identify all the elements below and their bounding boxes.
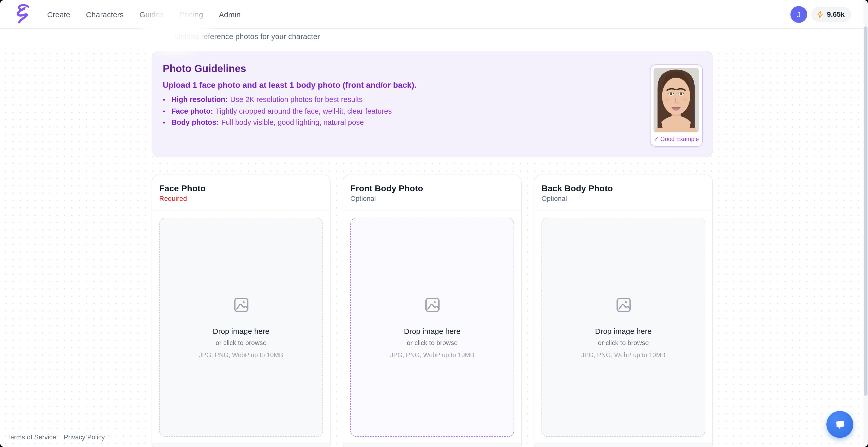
privacy-policy-link[interactable]: Privacy Policy — [64, 433, 105, 441]
divider — [343, 211, 521, 211]
dropzone-front-body[interactable]: Drop image here or click to browse JPG, … — [350, 218, 514, 437]
dropzone-face[interactable]: Drop image here or click to browse JPG, … — [159, 218, 323, 437]
main-content: Photo Guidelines Upload 1 face photo and… — [0, 47, 868, 447]
terms-of-service-link[interactable]: Terms of Service — [7, 433, 56, 441]
card-title: Face Photo — [159, 183, 323, 194]
photo-guidelines-panel: Photo Guidelines Upload 1 face photo and… — [152, 51, 713, 157]
user-avatar[interactable]: J — [790, 6, 807, 23]
guideline-label: Body photos: — [172, 119, 219, 126]
bullet-dot: • — [163, 119, 172, 126]
dropzone-back-body[interactable]: Drop image here or click to browse JPG, … — [541, 218, 705, 437]
guideline-label: Face photo: — [172, 107, 213, 114]
bullet-dot: • — [163, 107, 172, 114]
app-window: Create Characters Guides Pricing Admin J… — [0, 0, 868, 447]
dropzone-title: Drop image here — [404, 327, 460, 335]
divider — [534, 211, 712, 211]
nav-link-admin[interactable]: Admin — [219, 10, 241, 19]
nav-link-pricing[interactable]: Pricing — [180, 10, 203, 19]
upload-cards-row: Face Photo Required Drop image here or c… — [152, 175, 713, 447]
dropzone-subtitle: or click to browse — [407, 339, 458, 346]
dropzone-title: Drop image here — [595, 327, 652, 335]
dropzone-subtitle: or click to browse — [216, 339, 267, 346]
guideline-item: • Face photo: Tightly cropped around the… — [163, 107, 392, 114]
card-header: Face Photo Required — [152, 175, 330, 202]
scrollbar-thumb[interactable] — [864, 26, 867, 396]
guideline-text: Full body visible, good lighting, natura… — [221, 119, 364, 126]
guidelines-title: Photo Guidelines — [163, 63, 246, 74]
guidelines-list: • High resolution: Use 2K resolution pho… — [163, 96, 392, 130]
nav-link-create[interactable]: Create — [47, 10, 70, 19]
nav-link-guides[interactable]: Guides — [140, 10, 164, 19]
status-badge: Optional — [541, 195, 705, 203]
card-title: Front Body Photo — [350, 183, 514, 194]
credits-badge[interactable]: 9.65k — [811, 7, 851, 22]
upload-card-back-body: Back Body Photo Optional Drop image here… — [534, 175, 713, 447]
scrollbar-track[interactable] — [863, 0, 868, 447]
card-footer — [343, 443, 521, 447]
guideline-text: Tightly cropped around the face, well-li… — [215, 107, 392, 114]
page-subheader: Upload reference photos for your charact… — [0, 29, 868, 47]
dropzone-title: Drop image here — [213, 327, 269, 335]
lightning-bolt-icon — [816, 10, 824, 18]
example-face-photo — [654, 68, 699, 132]
bullet-dot: • — [163, 96, 172, 103]
nav-right: J 9.65k — [790, 0, 851, 28]
nav-links: Create Characters Guides Pricing Admin — [47, 10, 241, 19]
card-title: Back Body Photo — [541, 183, 705, 194]
card-footer — [534, 443, 712, 447]
dropzone-hint: JPG, PNG, WebP up to 10MB — [390, 351, 474, 358]
nav-link-characters[interactable]: Characters — [86, 10, 124, 19]
upload-card-face: Face Photo Required Drop image here or c… — [152, 175, 331, 447]
image-placeholder-icon — [232, 296, 250, 315]
brand-logo-icon[interactable] — [14, 3, 34, 26]
card-footer — [152, 443, 330, 447]
page-subtitle: Upload reference photos for your charact… — [175, 32, 320, 40]
divider — [152, 211, 330, 211]
guidelines-subtitle: Upload 1 face photo and at least 1 body … — [163, 81, 416, 90]
image-placeholder-icon — [615, 296, 632, 315]
dropzone-hint: JPG, PNG, WebP up to 10MB — [199, 351, 283, 358]
guideline-label: High resolution: — [172, 96, 228, 103]
footer-links: Terms of Service Privacy Policy — [7, 433, 105, 441]
image-placeholder-icon — [424, 296, 441, 315]
nav-bar: Create Characters Guides Pricing Admin J… — [0, 0, 868, 29]
guideline-item: • Body photos: Full body visible, good l… — [163, 119, 392, 126]
chat-launcher-button[interactable] — [827, 411, 853, 438]
dropzone-subtitle: or click to browse — [598, 339, 649, 346]
guideline-item: • High resolution: Use 2K resolution pho… — [163, 96, 392, 103]
upload-card-front-body: Front Body Photo Optional Drop image her… — [343, 175, 522, 447]
credits-amount: 9.65k — [827, 10, 845, 18]
good-example-card: ✓ Good Example — [650, 64, 703, 147]
card-header: Back Body Photo Optional — [534, 175, 712, 202]
good-example-caption: ✓ Good Example — [654, 136, 699, 143]
dropzone-hint: JPG, PNG, WebP up to 10MB — [581, 351, 666, 358]
status-badge: Optional — [350, 195, 514, 203]
chat-bubble-icon — [833, 418, 847, 431]
status-badge: Required — [159, 195, 323, 203]
card-header: Front Body Photo Optional — [343, 175, 521, 202]
guideline-text: Use 2K resolution photos for best result… — [230, 96, 363, 103]
